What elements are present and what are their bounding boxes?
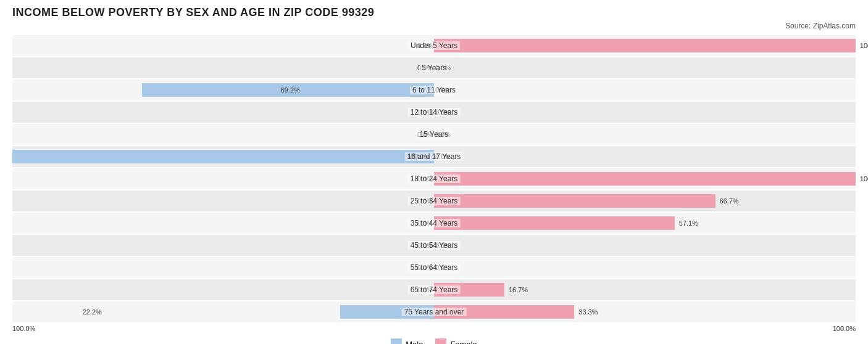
right-section: 0.0% <box>434 124 856 145</box>
left-section: 22.2% <box>12 301 434 322</box>
chart-row: 100.0%0.0%16 and 17 Years <box>12 146 856 167</box>
age-group-label: Under 5 Years <box>408 41 460 50</box>
female-value: 33.3% <box>578 308 598 316</box>
left-section: 0.0% <box>12 35 434 56</box>
legend-male-box <box>391 338 402 344</box>
chart-row: 0.0%0.0%5 Years <box>12 57 856 78</box>
chart-row: 0.0%0.0%45 to 54 Years <box>12 235 856 256</box>
legend-male-label: Male <box>406 340 423 345</box>
age-group-label: 65 to 74 Years <box>408 285 461 294</box>
right-section: 0.0% <box>434 235 856 256</box>
axis-right-label: 100.0% <box>833 325 856 332</box>
right-section: 100.0% <box>434 168 856 189</box>
female-bar <box>434 216 675 230</box>
chart-area: 0.0%100.0%Under 5 Years0.0%0.0%5 Years69… <box>12 35 856 322</box>
chart-row: 0.0%100.0%Under 5 Years <box>12 35 856 56</box>
chart-row: 0.0%16.7%65 to 74 Years <box>12 279 856 300</box>
right-section: 33.3% <box>434 301 856 322</box>
age-group-label: 6 to 11 Years <box>410 86 458 94</box>
age-group-label: 45 to 54 Years <box>408 241 461 250</box>
chart-row: 0.0%100.0%18 to 24 Years <box>12 168 856 189</box>
legend: Male Female <box>12 338 856 344</box>
male-value: 22.2% <box>83 308 102 316</box>
age-group-label: 12 to 14 Years <box>408 108 461 117</box>
left-section: 0.0% <box>12 190 434 211</box>
age-group-label: 35 to 44 Years <box>408 219 461 227</box>
axis-left-label: 100.0% <box>12 325 35 332</box>
chart-row: 0.0%0.0%15 Years <box>12 124 856 145</box>
right-section: 0.0% <box>434 257 856 278</box>
right-section: 0.0% <box>434 57 856 78</box>
female-bar <box>434 172 856 186</box>
female-bar <box>434 194 716 208</box>
legend-female-box <box>435 338 446 344</box>
right-section: 66.7% <box>434 190 856 211</box>
left-section: 0.0% <box>12 168 434 189</box>
age-group-label: 75 Years and over <box>402 308 467 316</box>
right-section: 100.0% <box>434 35 856 56</box>
right-section: 16.7% <box>434 279 856 300</box>
female-value: 66.7% <box>719 197 738 205</box>
chart-row: 22.2%33.3%75 Years and over <box>12 301 856 322</box>
male-bar <box>12 150 434 163</box>
age-group-label: 55 to 64 Years <box>408 263 461 272</box>
male-value: 69.2% <box>281 86 300 94</box>
chart-row: 0.0%66.7%25 to 34 Years <box>12 190 856 211</box>
chart-row: 0.0%57.1%35 to 44 Years <box>12 213 856 234</box>
chart-row: 69.2%0.0%6 to 11 Years <box>12 80 856 100</box>
female-bar <box>434 39 856 52</box>
left-section: 0.0% <box>12 57 434 78</box>
chart-row: 0.0%0.0%55 to 64 Years <box>12 257 856 278</box>
chart-row: 0.0%0.0%12 to 14 Years <box>12 102 856 123</box>
age-group-label: 16 and 17 Years <box>405 152 464 161</box>
right-section: 57.1% <box>434 213 856 234</box>
left-section: 0.0% <box>12 102 434 123</box>
legend-female: Female <box>435 338 477 344</box>
right-section: 0.0% <box>434 146 856 167</box>
age-group-label: 25 to 34 Years <box>408 197 461 205</box>
female-value: 100.0% <box>860 175 868 182</box>
female-value: 16.7% <box>509 286 528 293</box>
female-value: 57.1% <box>679 219 698 227</box>
left-section: 0.0% <box>12 124 434 145</box>
left-section: 100.0% <box>12 146 434 167</box>
left-section: 0.0% <box>12 213 434 234</box>
age-group-label: 15 Years <box>417 130 451 139</box>
axis-labels: 100.0% 100.0% <box>12 324 856 334</box>
left-section: 0.0% <box>12 235 434 256</box>
right-section: 0.0% <box>434 80 856 100</box>
age-group-label: 5 Years <box>419 63 449 72</box>
left-section: 0.0% <box>12 257 434 278</box>
female-value: 100.0% <box>860 42 868 49</box>
left-section: 69.2% <box>12 80 434 100</box>
chart-wrapper: 0.0%100.0%Under 5 Years0.0%0.0%5 Years69… <box>12 35 856 344</box>
chart-title: INCOME BELOW POVERTY BY SEX AND AGE IN Z… <box>12 6 856 19</box>
source-label: Source: ZipAtlas.com <box>12 22 856 30</box>
age-group-label: 18 to 24 Years <box>408 174 461 183</box>
left-section: 0.0% <box>12 279 434 300</box>
legend-male: Male <box>391 338 423 344</box>
right-section: 0.0% <box>434 102 856 123</box>
legend-female-label: Female <box>450 340 477 345</box>
